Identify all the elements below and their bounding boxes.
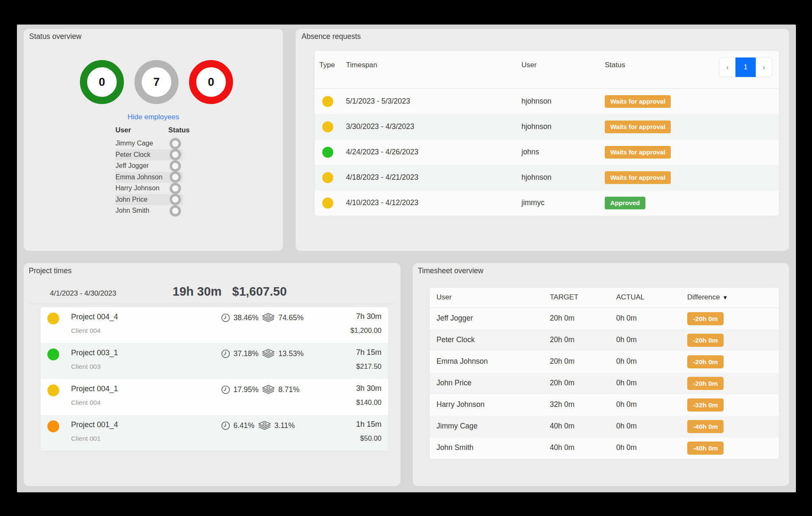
project-name: Project 003_1 xyxy=(71,349,118,357)
total-time: 19h 30m xyxy=(173,285,222,299)
absence-row[interactable]: 4/10/2023 - 4/12/2023 jimmyc Approved xyxy=(315,190,779,216)
timesheet-user: John Smith xyxy=(436,443,474,452)
timesheet-user: Jimmy Cage xyxy=(436,422,477,431)
date-range: 4/1/2023 - 4/30/2023 xyxy=(50,289,116,298)
timesheet-user: Emma Johnson xyxy=(436,357,488,366)
timesheet-row: John Smith 40h 0m 0h 0m -40h 0m xyxy=(430,437,779,459)
absence-status-badge: Waits for approval xyxy=(605,121,671,133)
employee-row: Peter Clock xyxy=(115,149,183,161)
absence-row[interactable]: 4/24/2023 - 4/26/2023 johns Waits for ap… xyxy=(315,140,779,165)
project-row[interactable]: Project 003_1 Client 003 37.18% 13.53% 7… xyxy=(41,343,388,379)
money-percentage: 74.65% xyxy=(278,313,303,322)
project-percentages: 37.18% 13.53% xyxy=(221,349,304,359)
pagination-next-button[interactable]: › xyxy=(756,58,772,77)
timesheet-row: Harry Johnson 32h 0m 0h 0m -32h 0m xyxy=(430,394,779,416)
employee-row: Jimmy Cage xyxy=(115,138,183,149)
absence-status-badge: Approved xyxy=(605,197,645,209)
project-color-dot-icon xyxy=(47,313,59,324)
time-percentage: 37.18% xyxy=(233,349,258,358)
time-percentage: 17.95% xyxy=(233,385,258,394)
project-times-panel: Project times 4/1/2023 - 4/30/2023 19h 3… xyxy=(24,263,401,486)
client-name: Client 004 xyxy=(71,399,101,406)
absence-timespan: 4/10/2023 - 4/12/2023 xyxy=(346,198,418,207)
employee-name: Harry Johnson xyxy=(115,184,169,192)
employee-status-ring-icon xyxy=(170,138,181,149)
column-header-user: User xyxy=(521,61,537,69)
timesheet-user: Jeff Jogger xyxy=(436,314,473,323)
absence-requests-panel: Absence requests Type Timespan User Stat… xyxy=(296,29,789,251)
absence-table: Type Timespan User Status ‹ 1 › 5/1/2023… xyxy=(315,51,779,216)
timesheet-difference-badge: -20h 0m xyxy=(687,312,724,325)
status-rings: 0 7 0 xyxy=(80,60,233,104)
status-count: 0 xyxy=(208,76,214,89)
project-name: Project 004_4 xyxy=(71,313,118,321)
absence-row[interactable]: 3/30/2023 - 4/3/2023 hjohnson Waits for … xyxy=(315,114,779,140)
absence-timespan: 3/30/2023 - 4/3/2023 xyxy=(346,122,414,131)
employee-table-header: User Status xyxy=(115,126,194,138)
timesheet-table-header: User TARGET ACTUAL Difference▼ xyxy=(430,288,779,308)
time-percentage: 38.46% xyxy=(233,313,258,322)
timesheet-table: User TARGET ACTUAL Difference▼ Jeff Jogg… xyxy=(430,288,779,459)
timesheet-target: 32h 0m xyxy=(550,400,574,409)
clock-icon xyxy=(221,349,230,359)
column-header-status: Status xyxy=(168,126,189,138)
money-stack-icon xyxy=(261,313,275,323)
pagination-prev-button[interactable]: ‹ xyxy=(719,58,735,77)
column-header-difference[interactable]: Difference▼ xyxy=(687,293,728,302)
project-duration: 1h 15m xyxy=(356,420,381,429)
client-name: Client 004 xyxy=(71,327,101,335)
pagination-page-1-button[interactable]: 1 xyxy=(735,58,756,77)
hide-employees-link[interactable]: Hide employees xyxy=(24,113,283,121)
timesheet-target: 20h 0m xyxy=(550,357,574,366)
timesheet-row: John Price 20h 0m 0h 0m -20h 0m xyxy=(430,373,779,394)
timesheet-actual: 0h 0m xyxy=(616,379,637,387)
timesheet-overview-panel: Timesheet overview User TARGET ACTUAL Di… xyxy=(413,263,789,486)
timesheet-row: Emma Johnson 20h 0m 0h 0m -20h 0m xyxy=(430,351,779,373)
absence-row[interactable]: 5/1/2023 - 5/3/2023 hjohnson Waits for a… xyxy=(315,89,779,114)
status-ring-paused: 7 xyxy=(134,60,178,104)
client-name: Client 001 xyxy=(71,435,101,442)
employee-status-ring-icon xyxy=(170,160,181,172)
timesheet-difference-badge: -20h 0m xyxy=(687,355,724,368)
column-header-user[interactable]: User xyxy=(436,293,452,302)
employee-status-ring-icon xyxy=(170,205,181,217)
employee-name: Jeff Jogger xyxy=(115,162,169,170)
absence-status-badge: Waits for approval xyxy=(605,171,671,184)
status-ring-stopped: 0 xyxy=(189,60,233,104)
timesheet-actual: 0h 0m xyxy=(616,400,637,409)
timesheet-actual: 0h 0m xyxy=(616,335,637,344)
absence-status-badge: Waits for approval xyxy=(605,146,671,159)
project-amount: $50.00 xyxy=(360,434,381,442)
project-row[interactable]: Project 004_1 Client 004 17.95% 8.71% 3h… xyxy=(41,379,388,415)
column-header-actual[interactable]: ACTUAL xyxy=(616,293,645,302)
timesheet-user: Harry Johnson xyxy=(436,400,485,409)
timesheet-difference-badge: -20h 0m xyxy=(687,334,724,347)
money-percentage: 8.71% xyxy=(278,385,299,394)
employee-row: Emma Johnson xyxy=(115,172,183,183)
absence-timespan: 4/24/2023 - 4/26/2023 xyxy=(346,148,418,156)
project-row[interactable]: Project 001_4 Client 001 6.41% 3.11% 1h … xyxy=(41,415,388,451)
absence-table-header: Type Timespan User Status ‹ 1 › xyxy=(315,51,779,89)
money-stack-icon xyxy=(258,420,272,431)
project-row[interactable]: Project 004_4 Client 004 38.46% 74.65% 7… xyxy=(41,307,388,343)
timesheet-target: 20h 0m xyxy=(550,314,574,323)
panel-title: Project times xyxy=(29,266,71,275)
column-header-target[interactable]: TARGET xyxy=(550,293,579,302)
panel-title: Timesheet overview xyxy=(418,266,483,275)
absence-status-badge: Waits for approval xyxy=(605,95,671,108)
timesheet-row: Jimmy Cage 40h 0m 0h 0m -40h 0m xyxy=(430,416,779,437)
employee-name: Peter Clock xyxy=(115,151,169,159)
divider xyxy=(29,304,395,304)
time-percentage: 6.41% xyxy=(233,421,255,430)
absence-user: hjohnson xyxy=(521,173,551,182)
absence-user: hjohnson xyxy=(521,122,551,131)
employee-name: Jimmy Cage xyxy=(115,140,169,147)
clock-icon xyxy=(221,313,230,323)
timesheet-difference-badge: -40h 0m xyxy=(687,420,724,433)
timesheet-difference-badge: -40h 0m xyxy=(687,442,724,455)
employee-name: John Smith xyxy=(115,207,169,214)
employee-status-ring-icon xyxy=(170,183,181,194)
absence-row[interactable]: 4/18/2023 - 4/21/2023 hjohnson Waits for… xyxy=(315,165,779,190)
absence-type-dot-icon xyxy=(322,198,333,209)
project-rows: Project 004_4 Client 004 38.46% 74.65% 7… xyxy=(41,307,388,451)
